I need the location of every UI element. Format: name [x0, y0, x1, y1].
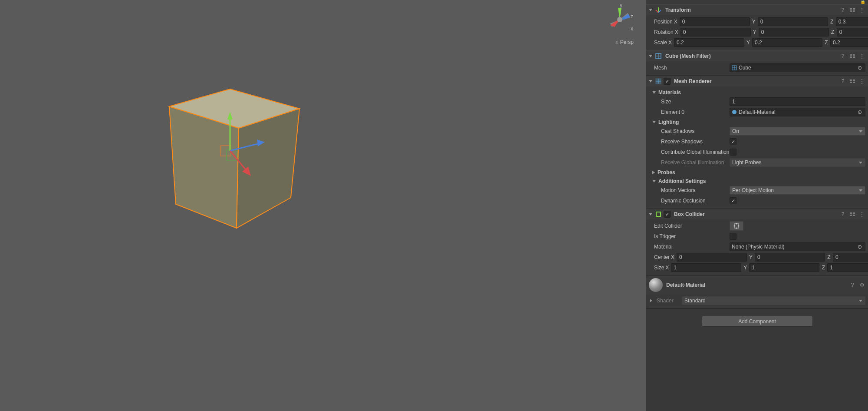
add-component-button[interactable]: Add Component — [702, 316, 813, 327]
projection-label[interactable]: ≤ Persp — [615, 38, 634, 45]
foldout-icon[interactable] — [652, 91, 656, 94]
probes-subheader[interactable]: Probes — [649, 168, 865, 177]
transform-component: Transform ? ⋮ Position X Y Z Rotation X — [646, 4, 868, 50]
foldout-icon[interactable] — [652, 121, 656, 123]
lighting-subheader[interactable]: Lighting — [649, 118, 865, 126]
svg-rect-49 — [853, 215, 855, 216]
position-y-input[interactable] — [758, 17, 828, 26]
box-collider-header[interactable]: Box Collider ? ⋮ — [646, 209, 868, 219]
element0-material-field[interactable]: Default-Material ⊙ — [730, 108, 865, 116]
svg-rect-46 — [850, 212, 852, 214]
scene-viewport[interactable]: z y x ≤ Persp — [0, 0, 646, 411]
cast-shadows-dropdown[interactable]: On — [730, 127, 865, 136]
axis-gizmo[interactable]: z y x — [607, 4, 633, 35]
menu-icon[interactable]: ⋮ — [858, 7, 865, 13]
preset-icon[interactable] — [849, 211, 856, 218]
materials-size-label: Size — [649, 99, 730, 105]
svg-rect-33 — [853, 56, 855, 58]
physic-material-field[interactable]: None (Physic Material) ⊙ — [730, 242, 865, 251]
box-collider-component: Box Collider ? ⋮ Edit Collider Is Trigge… — [646, 209, 868, 275]
dynamic-occlusion-checkbox[interactable] — [730, 197, 736, 204]
box-collider-title: Box Collider — [674, 211, 838, 217]
materials-size-input[interactable] — [730, 97, 865, 106]
transform-header[interactable]: Transform ? ⋮ — [646, 4, 868, 15]
center-x-input[interactable] — [677, 253, 747, 262]
contribute-gi-label: Contribute Global Illumination — [649, 149, 730, 155]
mesh-filter-header[interactable]: Cube (Mesh Filter) ? ⋮ — [646, 50, 868, 61]
receive-shadows-checkbox[interactable] — [730, 138, 736, 145]
center-y-input[interactable] — [755, 253, 825, 262]
preset-icon[interactable] — [849, 53, 856, 60]
object-picker-icon[interactable]: ⊙ — [856, 243, 863, 250]
preset-icon[interactable] — [849, 7, 856, 13]
mesh-filter-icon — [655, 53, 662, 60]
help-icon[interactable]: ? — [849, 282, 856, 288]
is-trigger-checkbox[interactable] — [730, 233, 736, 240]
object-picker-icon[interactable]: ⊙ — [856, 109, 863, 116]
foldout-icon[interactable] — [650, 299, 652, 302]
foldout-icon[interactable] — [652, 171, 655, 174]
additional-subheader[interactable]: Additional Settings — [649, 177, 865, 186]
size-y-input[interactable] — [749, 263, 819, 272]
svg-text:y: y — [620, 4, 622, 8]
svg-rect-30 — [850, 54, 852, 56]
help-icon[interactable]: ? — [839, 78, 846, 85]
help-icon[interactable]: ? — [839, 7, 846, 13]
svg-point-44 — [732, 110, 736, 114]
position-label: Position — [649, 19, 673, 25]
svg-rect-26 — [853, 10, 855, 12]
gear-icon[interactable]: ⚙ — [858, 282, 865, 288]
collider-size-label: Size — [649, 265, 664, 271]
size-z-input[interactable] — [827, 263, 868, 272]
material-sphere-icon — [649, 278, 663, 292]
center-z-input[interactable] — [833, 253, 868, 262]
svg-rect-24 — [853, 8, 855, 10]
motion-vectors-dropdown[interactable]: Per Object Motion — [730, 186, 865, 195]
material-preview-row[interactable]: Default-Material ? ⚙ — [646, 275, 868, 295]
shader-dropdown[interactable]: Standard — [682, 296, 865, 305]
mesh-filter-component: Cube (Mesh Filter) ? ⋮ Mesh Cube ⊙ — [646, 50, 868, 76]
position-x-input[interactable] — [680, 17, 750, 26]
rotation-x-input[interactable] — [681, 28, 751, 36]
y-label: Y — [751, 19, 757, 25]
object-picker-icon[interactable]: ⊙ — [856, 64, 863, 71]
svg-point-53 — [736, 223, 737, 225]
inspector-panel: 🔒 Transform ? ⋮ Position X Y Z — [646, 0, 868, 411]
contribute-gi-checkbox[interactable] — [730, 149, 736, 156]
lock-icon[interactable]: 🔒 — [860, 0, 865, 4]
mesh-renderer-header[interactable]: Mesh Renderer ? ⋮ — [646, 76, 868, 86]
svg-rect-47 — [853, 212, 855, 214]
box-collider-enable-checkbox[interactable] — [664, 211, 671, 218]
mesh-label: Mesh — [649, 65, 730, 71]
transform-title: Transform — [665, 7, 838, 13]
scale-y-input[interactable] — [752, 38, 822, 47]
position-z-input[interactable] — [836, 17, 868, 26]
scale-x-input[interactable] — [674, 38, 744, 47]
foldout-icon[interactable] — [649, 55, 652, 57]
rotation-label: Rotation — [649, 29, 674, 35]
preset-icon[interactable] — [849, 78, 856, 85]
edit-collider-label: Edit Collider — [649, 223, 730, 229]
foldout-icon[interactable] — [652, 180, 656, 182]
help-icon[interactable]: ? — [839, 211, 846, 218]
svg-rect-25 — [850, 10, 852, 12]
size-x-input[interactable] — [671, 263, 741, 272]
materials-subheader[interactable]: Materials — [649, 88, 865, 97]
mesh-renderer-enable-checkbox[interactable] — [664, 78, 671, 85]
foldout-icon[interactable] — [649, 80, 652, 83]
rotation-y-input[interactable] — [759, 28, 829, 36]
help-icon[interactable]: ? — [839, 53, 846, 60]
x-label: X — [673, 19, 679, 25]
mesh-object-field[interactable]: Cube ⊙ — [730, 63, 865, 72]
menu-icon[interactable]: ⋮ — [858, 211, 865, 218]
foldout-icon[interactable] — [649, 9, 652, 11]
scale-label: Scale — [649, 40, 667, 46]
selected-cube-mesh[interactable] — [165, 85, 304, 232]
material-name: Default-Material — [666, 282, 845, 288]
scale-z-input[interactable] — [830, 38, 868, 47]
menu-icon[interactable]: ⋮ — [858, 53, 865, 60]
foldout-icon[interactable] — [649, 213, 652, 215]
rotation-z-input[interactable] — [837, 28, 868, 36]
edit-collider-button[interactable] — [730, 221, 743, 231]
menu-icon[interactable]: ⋮ — [858, 78, 865, 85]
